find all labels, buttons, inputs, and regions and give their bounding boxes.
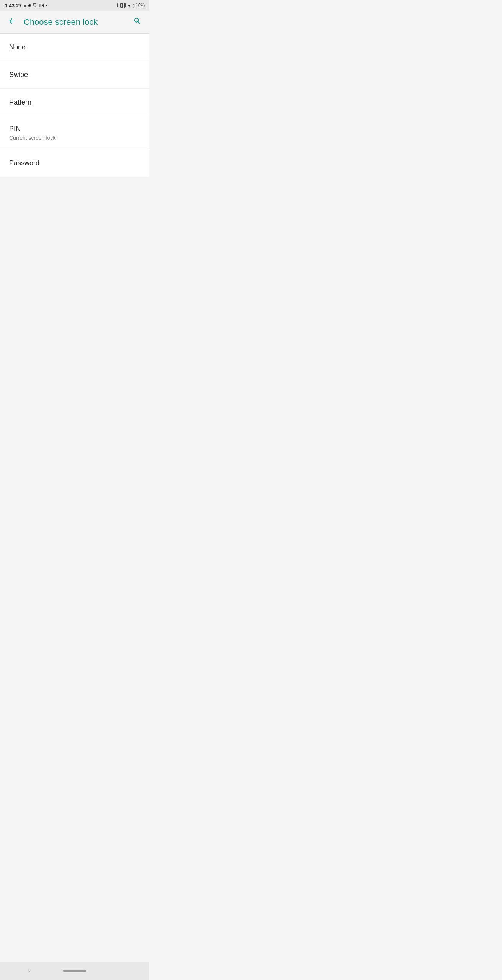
page-title: Choose screen lock	[24, 17, 132, 27]
notification-bar-icon: ≡	[24, 3, 26, 8]
battery-level: ▯	[132, 3, 135, 8]
list-item-swipe[interactable]: Swipe	[0, 61, 149, 89]
password-label: Password	[9, 158, 140, 168]
status-icons: ≡ ⊕ ⛉ BR •	[24, 2, 48, 8]
none-label: None	[9, 42, 140, 52]
search-button[interactable]	[132, 15, 143, 29]
shield-icon: ⛉	[33, 3, 37, 8]
status-bar: 1:43:27 ≡ ⊕ ⛉ BR • ▾ ▯ 16%	[0, 0, 149, 11]
back-button[interactable]	[6, 15, 18, 29]
list-item-none[interactable]: None	[0, 34, 149, 61]
status-left: 1:43:27 ≡ ⊕ ⛉ BR •	[5, 2, 48, 8]
br-icon: BR	[39, 3, 44, 8]
vibrate-icon	[117, 3, 126, 8]
list-item-password[interactable]: Password	[0, 149, 149, 177]
status-right: ▾ ▯ 16%	[117, 3, 145, 8]
dot-icon: •	[46, 2, 48, 8]
list-item-pin[interactable]: PIN Current screen lock	[0, 116, 149, 149]
globe-icon: ⊕	[28, 3, 31, 8]
app-bar: Choose screen lock	[0, 11, 149, 34]
list-item-pattern[interactable]: Pattern	[0, 89, 149, 116]
battery-percent: 16%	[135, 3, 145, 8]
pattern-label: Pattern	[9, 98, 140, 107]
swipe-label: Swipe	[9, 70, 140, 80]
pin-label: PIN	[9, 124, 140, 134]
main-content: None Swipe Pattern PIN Current screen lo…	[0, 34, 149, 348]
wifi-icon: ▾	[128, 3, 130, 8]
empty-content-area	[0, 177, 149, 330]
lock-options-list: None Swipe Pattern PIN Current screen lo…	[0, 34, 149, 177]
battery-icon: ▯ 16%	[132, 3, 145, 8]
pin-sublabel: Current screen lock	[9, 134, 140, 141]
status-time: 1:43:27	[5, 3, 22, 8]
